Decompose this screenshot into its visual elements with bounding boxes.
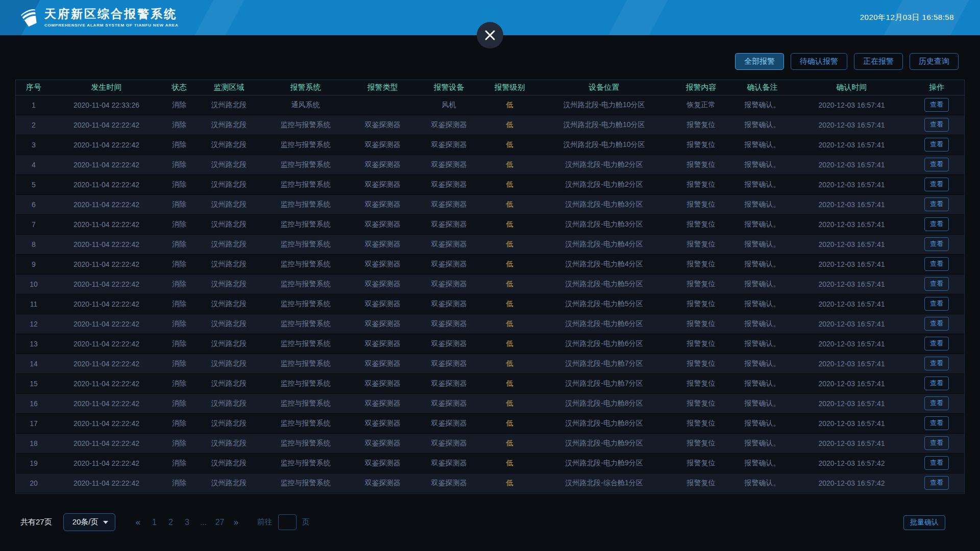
cell-status: 消除: [161, 393, 197, 413]
cell-alarm-level: 低: [483, 155, 536, 174]
cell-occur-time: 2020-11-04 22:22:42: [52, 473, 161, 493]
cell-occur-time: 2020-11-04 22:33:26: [52, 95, 161, 115]
cell-action: 查看: [909, 274, 964, 294]
next-page-button[interactable]: »: [230, 517, 243, 528]
filter-button-全部报警[interactable]: 全部报警: [735, 53, 784, 70]
cell-seq: 12: [16, 314, 52, 334]
view-button[interactable]: 查看: [924, 277, 949, 291]
page-button-1[interactable]: 1: [148, 518, 161, 527]
cell-device-location: 汉州路北段-电力舱7分区: [536, 354, 672, 373]
cell-seq: 15: [16, 373, 52, 393]
cell-occur-time: 2020-11-04 22:22:42: [52, 135, 161, 155]
cell-confirm-note: 报警确认。: [730, 174, 794, 194]
cell-alarm-type: 双鉴探测器: [350, 393, 415, 413]
cell-seq: 2: [16, 115, 52, 135]
cell-alarm-content: 报警复位: [672, 194, 730, 214]
table-row: 92020-11-04 22:22:42消除汉州路北段监控与报警系统双鉴探测器双…: [16, 254, 964, 274]
column-header-alarm-type: 报警类型: [350, 80, 415, 95]
cell-alarm-device: 双鉴探测器: [415, 314, 483, 334]
page-size-dropdown[interactable]: 20条/页: [63, 513, 115, 531]
cell-alarm-device: 双鉴探测器: [415, 115, 483, 135]
cell-alarm-level: 低: [483, 274, 536, 294]
filter-button-正在报警[interactable]: 正在报警: [854, 53, 903, 70]
cell-alarm-content: 报警复位: [672, 214, 730, 234]
cell-seq: 20: [16, 473, 52, 493]
cell-occur-time: 2020-11-04 22:22:42: [52, 294, 161, 314]
cell-seq: 3: [16, 135, 52, 155]
view-button[interactable]: 查看: [924, 416, 949, 430]
cell-action: 查看: [909, 155, 964, 174]
cell-alarm-level: 低: [483, 214, 536, 234]
page-button-2[interactable]: 2: [164, 518, 178, 527]
cell-occur-time: 2020-11-04 22:22:42: [52, 314, 161, 334]
view-button[interactable]: 查看: [924, 118, 949, 132]
cell-device-location: 汉州路北段-综合舱1分区: [536, 473, 672, 493]
cell-occur-time: 2020-11-04 22:22:42: [52, 194, 161, 214]
cell-confirm-time: 2020-12-03 16:57:41: [794, 334, 909, 354]
clock-datetime: 2020年12月03日 16:58:58: [860, 13, 954, 22]
cell-device-location: 汉州路北段-电力舱8分区: [536, 413, 672, 433]
cell-confirm-note: 报警确认。: [730, 314, 794, 334]
view-button[interactable]: 查看: [924, 257, 949, 271]
cell-confirm-time: 2020-12-03 16:57:41: [794, 294, 909, 314]
filter-button-待确认报警[interactable]: 待确认报警: [791, 53, 847, 70]
view-button[interactable]: 查看: [924, 377, 949, 390]
batch-confirm-button[interactable]: 批量确认: [903, 515, 945, 530]
cell-alarm-device: 双鉴探测器: [415, 294, 483, 314]
cell-seq: 19: [16, 453, 52, 473]
view-button[interactable]: 查看: [924, 337, 949, 350]
cell-occur-time: 2020-11-04 22:22:42: [52, 373, 161, 393]
cell-monitor-area: 汉州路北段: [197, 393, 261, 413]
view-button[interactable]: 查看: [924, 197, 949, 211]
view-button[interactable]: 查看: [924, 456, 949, 470]
view-button[interactable]: 查看: [924, 317, 949, 331]
cell-status: 消除: [161, 254, 197, 274]
cell-alarm-device: 双鉴探测器: [415, 453, 483, 473]
cell-alarm-device: 双鉴探测器: [415, 473, 483, 493]
cell-occur-time: 2020-11-04 22:22:42: [52, 433, 161, 453]
cell-confirm-note: 报警确认。: [730, 334, 794, 354]
cell-confirm-time: 2020-12-03 16:57:41: [794, 115, 909, 135]
goto-page-input[interactable]: [278, 514, 297, 530]
cell-confirm-note: 报警确认。: [730, 453, 794, 473]
cell-confirm-time: 2020-12-03 16:57:41: [794, 354, 909, 373]
filter-button-历史查询[interactable]: 历史查询: [910, 53, 959, 70]
view-button[interactable]: 查看: [924, 436, 949, 450]
cell-monitor-area: 汉州路北段: [197, 95, 261, 115]
view-button[interactable]: 查看: [924, 357, 949, 370]
cell-alarm-type: 双鉴探测器: [350, 453, 415, 473]
cell-status: 消除: [161, 214, 197, 234]
table-row: 132020-11-04 22:22:42消除汉州路北段监控与报警系统双鉴探测器…: [16, 334, 964, 354]
cell-confirm-note: 报警确认。: [730, 214, 794, 234]
header-decor-stripe: [608, 0, 668, 35]
view-button[interactable]: 查看: [924, 476, 949, 490]
table-row: 72020-11-04 22:22:42消除汉州路北段监控与报警系统双鉴探测器双…: [16, 214, 964, 234]
cell-alarm-system: 监控与报警系统: [261, 294, 350, 314]
view-button[interactable]: 查看: [924, 158, 949, 171]
view-button[interactable]: 查看: [924, 138, 949, 152]
cell-monitor-area: 汉州路北段: [197, 453, 261, 473]
cell-confirm-note: 报警确认。: [730, 294, 794, 314]
view-button[interactable]: 查看: [924, 178, 949, 191]
cell-status: 消除: [161, 155, 197, 174]
view-button[interactable]: 查看: [924, 396, 949, 410]
page-button-27[interactable]: 27: [213, 518, 227, 527]
cell-action: 查看: [909, 194, 964, 214]
view-button[interactable]: 查看: [924, 217, 949, 231]
cell-monitor-area: 汉州路北段: [197, 314, 261, 334]
cell-alarm-system: 监控与报警系统: [261, 254, 350, 274]
cell-monitor-area: 汉州路北段: [197, 334, 261, 354]
view-button[interactable]: 查看: [924, 297, 949, 311]
table-row: 102020-11-04 22:22:42消除汉州路北段监控与报警系统双鉴探测器…: [16, 274, 964, 294]
page-button-3[interactable]: 3: [181, 518, 194, 527]
cell-confirm-time: 2020-12-03 16:57:42: [794, 453, 909, 473]
view-button[interactable]: 查看: [924, 98, 949, 112]
view-button[interactable]: 查看: [924, 237, 949, 251]
cell-alarm-level: 低: [483, 453, 536, 473]
close-button[interactable]: [477, 22, 503, 48]
cell-occur-time: 2020-11-04 22:22:42: [52, 453, 161, 473]
prev-page-button[interactable]: «: [132, 517, 145, 528]
cell-alarm-content: 报警复位: [672, 115, 730, 135]
cell-monitor-area: 汉州路北段: [197, 135, 261, 155]
cell-device-location: 汉州路北段-电力舱10分区: [536, 115, 672, 135]
